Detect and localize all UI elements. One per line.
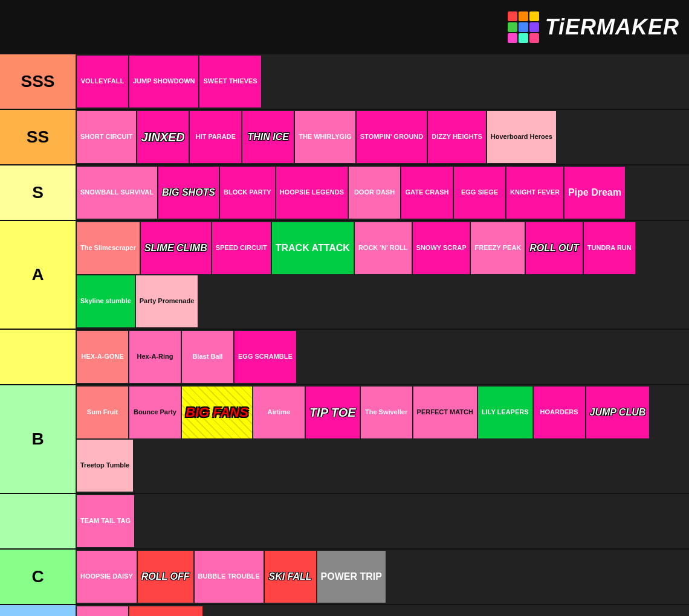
list-item[interactable]: HEX-A-GONE: [77, 331, 128, 383]
header: TiERMAKER: [0, 0, 689, 54]
tier-table: SSSVOLLEYFALLJUMP SHOWDOWNSWEET THIEVESS…: [0, 54, 689, 616]
list-item[interactable]: HOARDERS: [534, 387, 585, 438]
list-item[interactable]: ROLL OUT: [526, 222, 582, 274]
list-item[interactable]: Hoverboard Heroes: [487, 111, 556, 163]
list-item[interactable]: EGG SCRAMBLE: [235, 331, 296, 383]
list-item[interactable]: ROLL OFF: [138, 551, 193, 603]
list-item[interactable]: KNIGHT FEVER: [506, 167, 563, 219]
list-item[interactable]: Blast Ball: [182, 331, 233, 383]
list-item[interactable]: Pipe Dream: [564, 167, 625, 219]
list-item[interactable]: BIG SHOTS: [158, 167, 219, 219]
tier-row-c: CHOOPSIE DAISYROLL OFFBUBBLE TROUBLESKI …: [0, 550, 689, 605]
list-item[interactable]: JINXED: [137, 111, 189, 163]
tier-items-sss: VOLLEYFALLJUMP SHOWDOWNSWEET THIEVES: [76, 54, 689, 109]
list-item[interactable]: SHORT CIRCUIT: [77, 111, 136, 163]
list-item[interactable]: TRACK ATTACK: [272, 222, 354, 274]
list-item[interactable]: VOLLEYFALL: [77, 56, 128, 107]
tier-label-b1: B: [0, 385, 76, 493]
list-item[interactable]: The Swiveller: [361, 387, 412, 438]
list-item[interactable]: EGG SIEGE: [454, 167, 505, 219]
list-item[interactable]: PERFECT MATCH: [413, 387, 477, 438]
list-item[interactable]: BLOCK PARTY: [220, 167, 275, 219]
tier-items-a2: HEX-A-GONEHex-A-RingBlast BallEGG SCRAMB…: [76, 330, 689, 384]
list-item[interactable]: TUNDRA RUN: [584, 222, 635, 274]
tier-items-b2: TEAM TAIL TAG: [76, 494, 689, 548]
list-item[interactable]: Hex-A-Ring: [129, 331, 181, 383]
list-item[interactable]: ROCK 'N' ROLL: [355, 222, 412, 274]
tier-label-c: C: [0, 550, 76, 604]
tier-label-d: D: [0, 605, 76, 616]
tiermaker-logo: TiERMAKER: [508, 11, 679, 43]
list-item[interactable]: BIG FANS: [182, 387, 252, 438]
list-item[interactable]: FREEZY PEAK: [471, 222, 525, 274]
list-item[interactable]: SNOWY SCRAP: [413, 222, 470, 274]
list-item[interactable]: THE WHIRLYGIG: [295, 111, 355, 163]
tier-row-sss: SSSVOLLEYFALLJUMP SHOWDOWNSWEET THIEVES: [0, 54, 689, 110]
tier-row-s: SSNOWBALL SURVIVALBIG SHOTSBLOCK PARTYHO…: [0, 165, 689, 221]
list-item[interactable]: Airtime: [253, 387, 305, 438]
tier-row-a1: AThe SlimescraperSLIME CLIMBSPEED CIRCUI…: [0, 221, 689, 330]
list-item[interactable]: THIN ICE: [242, 111, 294, 163]
list-item[interactable]: TEAM TAIL TAG: [77, 495, 134, 547]
list-item[interactable]: HOOPSIE DAISY: [77, 551, 137, 603]
list-item[interactable]: Skyline stumble: [77, 275, 135, 327]
tier-label-a1: A: [0, 221, 76, 329]
list-item[interactable]: GATE CRASH: [401, 167, 453, 219]
list-item[interactable]: Sum Fruit: [77, 387, 128, 438]
list-item[interactable]: JUMP SHOWDOWN: [129, 56, 198, 107]
list-item[interactable]: STOMPIN' GROUND: [357, 111, 427, 163]
tier-items-ss: SHORT CIRCUITJINXEDHIT PARADETHIN ICETHE…: [76, 110, 689, 164]
tier-row-b2: TEAM TAIL TAG: [0, 494, 689, 550]
list-item[interactable]: SPEED CIRCUIT: [212, 222, 271, 274]
logo-grid: [508, 11, 539, 43]
list-item[interactable]: TIP TOE: [306, 387, 360, 438]
tier-items-d: FRUIT CHUTEFALL BALL: [76, 605, 689, 616]
tier-items-b1: Sum FruitBounce PartyBIG FANSAirtimeTIP …: [76, 385, 689, 493]
tier-row-b1: BSum FruitBounce PartyBIG FANSAirtimeTIP…: [0, 385, 689, 494]
list-item[interactable]: The Slimescraper: [77, 222, 140, 274]
tier-row-ss: SSSHORT CIRCUITJINXEDHIT PARADETHIN ICET…: [0, 110, 689, 165]
list-item[interactable]: DIZZY HEIGHTS: [428, 111, 486, 163]
list-item[interactable]: BUBBLE TROUBLE: [195, 551, 264, 603]
list-item[interactable]: SNOWBALL SURVIVAL: [77, 167, 157, 219]
tier-items-a1: The SlimescraperSLIME CLIMBSPEED CIRCUIT…: [76, 221, 689, 329]
tier-row-d: DFRUIT CHUTEFALL BALL: [0, 605, 689, 616]
list-item[interactable]: SKI FALL: [265, 551, 316, 603]
list-item[interactable]: FALL BALL: [129, 606, 202, 616]
list-item[interactable]: SWEET THIEVES: [199, 56, 260, 107]
list-item[interactable]: POWER TRIP: [317, 551, 386, 603]
list-item[interactable]: LILY LEAPERS: [478, 387, 532, 438]
logo-title: TiERMAKER: [545, 14, 679, 40]
tier-label-ss: SS: [0, 110, 76, 164]
tier-row-a2: HEX-A-GONEHex-A-RingBlast BallEGG SCRAMB…: [0, 330, 689, 385]
list-item[interactable]: SLIME CLIMB: [141, 222, 211, 274]
tier-label-s: S: [0, 165, 76, 220]
list-item[interactable]: FRUIT CHUTE: [77, 606, 128, 616]
list-item[interactable]: Party Promenade: [136, 275, 198, 327]
tier-label-sss: SSS: [0, 54, 76, 109]
tier-label-a2: [0, 330, 76, 384]
list-item[interactable]: Treetop Tumble: [77, 440, 133, 492]
list-item[interactable]: Bounce Party: [129, 387, 181, 438]
tier-items-s: SNOWBALL SURVIVALBIG SHOTSBLOCK PARTYHOO…: [76, 165, 689, 220]
list-item[interactable]: JUMP CLUB: [586, 387, 650, 438]
tier-items-c: HOOPSIE DAISYROLL OFFBUBBLE TROUBLESKI F…: [76, 550, 689, 604]
tier-label-b2: [0, 494, 76, 548]
list-item[interactable]: HOOPSIE LEGENDS: [276, 167, 348, 219]
list-item[interactable]: DOOR DASH: [349, 167, 400, 219]
list-item[interactable]: HIT PARADE: [190, 111, 241, 163]
